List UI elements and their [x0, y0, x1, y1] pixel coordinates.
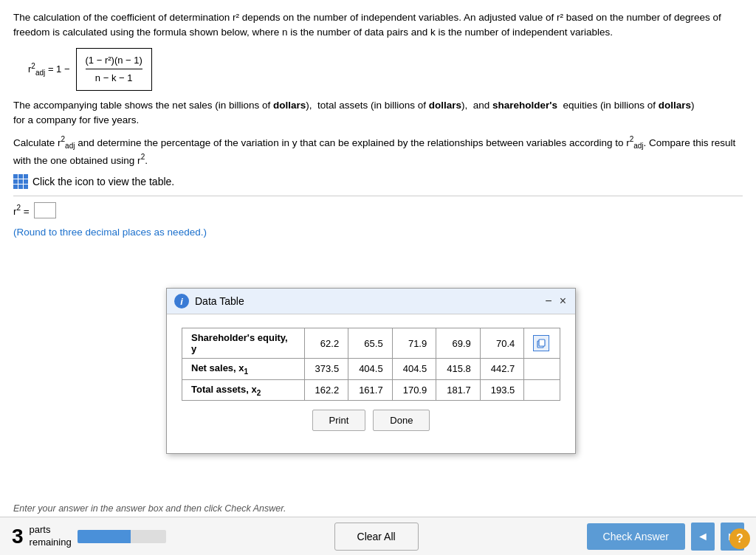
data-table-modal: i Data Table − × Shareholder's equity,y … — [166, 288, 576, 454]
parts-number: 3 — [12, 525, 24, 548]
round-hint: (Round to three decimal places as needed… — [13, 225, 743, 240]
data-table: Shareholder's equity,y 62.2 65.5 71.9 69… — [182, 328, 560, 401]
copy-icon-cell-1 — [524, 328, 560, 359]
table-row: Total assets, x2 162.2 161.7 170.9 181.7… — [182, 379, 560, 401]
cell-1-5: 70.4 — [480, 328, 524, 359]
click-icon-text: Click the icon to view the table. — [32, 174, 174, 190]
paragraph1: The calculation of the coefficient of de… — [13, 10, 743, 41]
nav-prev-button[interactable]: ◄ — [691, 523, 715, 551]
formula-lhs: r2adj = 1 − — [28, 61, 70, 78]
modal-close-btn[interactable]: × — [558, 295, 568, 307]
row-label-1: Shareholder's equity,y — [182, 328, 305, 359]
icon-row: Click the icon to view the table. — [13, 174, 743, 190]
print-button[interactable]: Print — [312, 410, 366, 431]
modal-header: i Data Table − × — [167, 289, 575, 314]
parts-label: parts remaining — [30, 524, 72, 549]
answer-input[interactable] — [34, 202, 56, 218]
cell-2-4: 415.8 — [436, 359, 481, 380]
row-label-3: Total assets, x2 — [182, 379, 305, 401]
modal-footer: Print Done — [182, 401, 560, 443]
bottom-center: Clear All — [166, 523, 587, 551]
cell-3-4: 181.7 — [436, 379, 481, 401]
modal-title: Data Table — [195, 295, 537, 307]
modal-minimize-btn[interactable]: − — [543, 295, 553, 307]
formula-denominator: n − k − 1 — [95, 69, 133, 86]
paragraph2: The accompanying table shows the net sal… — [13, 98, 743, 128]
table-row: Net sales, x1 373.5 404.5 404.5 415.8 44… — [182, 359, 560, 380]
paragraph3: Calculate r2adj and determine the percen… — [13, 134, 743, 168]
help-button[interactable]: ? — [729, 528, 750, 549]
divider — [13, 196, 743, 196]
info-icon: i — [174, 294, 189, 308]
cell-2-1: 373.5 — [304, 359, 348, 380]
cell-2-3: 404.5 — [392, 359, 436, 380]
formula-block: r2adj = 1 − (1 − r²)(n − 1) n − k − 1 — [28, 48, 743, 91]
parts-label-bottom: remaining — [30, 537, 72, 549]
cell-empty-3 — [524, 379, 560, 401]
enter-answer-hint: Enter your answer in the answer box and … — [13, 503, 286, 514]
row-label-2: Net sales, x1 — [182, 359, 305, 380]
bottom-bar: 3 parts remaining Clear All Check Answer… — [0, 517, 756, 555]
cell-empty-2 — [524, 359, 560, 380]
modal-body: Shareholder's equity,y 62.2 65.5 71.9 69… — [167, 314, 575, 453]
parts-section: 3 parts remaining — [12, 524, 166, 549]
formula-box: (1 − r²)(n − 1) n − k − 1 — [76, 48, 152, 91]
parts-label-top: parts — [30, 524, 72, 537]
cell-2-5: 442.7 — [480, 359, 524, 380]
check-answer-button[interactable]: Check Answer — [587, 523, 685, 550]
done-button[interactable]: Done — [373, 410, 430, 431]
progress-bar-fill — [78, 530, 131, 543]
modal-controls: − × — [543, 295, 568, 307]
svg-rect-1 — [539, 339, 545, 346]
bottom-right: Check Answer ◄ ► — [587, 523, 744, 551]
cell-3-3: 170.9 — [392, 379, 436, 401]
table-row: Shareholder's equity,y 62.2 65.5 71.9 69… — [182, 328, 560, 359]
answer-label: r2 = — [13, 202, 30, 219]
cell-3-5: 193.5 — [480, 379, 524, 401]
answer-row: r2 = — [13, 202, 743, 219]
cell-1-1: 62.2 — [304, 328, 348, 359]
progress-bar-container — [78, 530, 166, 543]
copy-icon-1[interactable] — [533, 335, 549, 351]
table-icon[interactable] — [13, 174, 28, 189]
cell-1-2: 65.5 — [348, 328, 393, 359]
clear-all-button[interactable]: Clear All — [334, 523, 419, 551]
cell-1-4: 69.9 — [436, 328, 481, 359]
cell-3-1: 162.2 — [304, 379, 348, 401]
cell-1-3: 71.9 — [392, 328, 436, 359]
cell-2-2: 404.5 — [348, 359, 393, 380]
cell-3-2: 161.7 — [348, 379, 393, 401]
formula-numerator: (1 − r²)(n − 1) — [86, 53, 142, 70]
